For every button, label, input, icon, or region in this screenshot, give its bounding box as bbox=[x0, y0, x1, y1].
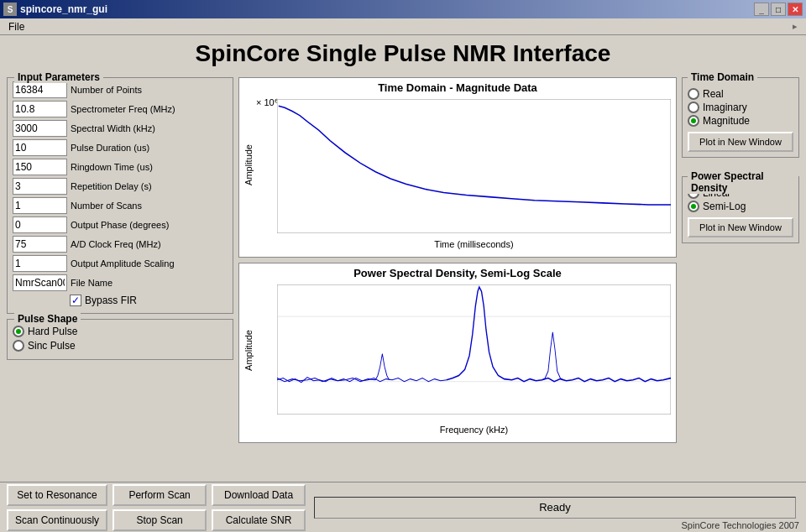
scan-continuously-button[interactable]: Scan Continuously bbox=[7, 509, 107, 531]
td-imaginary-label: Imaginary bbox=[703, 102, 747, 113]
label-spectrometer-freq: Spectrometer Freq (MHz) bbox=[71, 104, 228, 114]
label-ringdown-time: Ringdown Time (us) bbox=[71, 162, 228, 172]
label-ad-clock-freq: A/D Clock Freq (MHz) bbox=[71, 239, 228, 249]
input-spectrometer-freq[interactable] bbox=[13, 101, 67, 117]
top-xlabel: Time (milliseconds) bbox=[277, 239, 671, 249]
label-output-amplitude: Output Amplitude Scaling bbox=[71, 258, 228, 269]
label-file-name: File Name bbox=[71, 278, 228, 288]
pulse-shape-title: Pulse Shape bbox=[14, 313, 81, 325]
app-icon: S bbox=[3, 3, 17, 16]
right-panel: Time Domain Real Imaginary Magnitude bbox=[682, 77, 799, 443]
input-parameters-group: Input Parameters Number of Points Spectr… bbox=[7, 77, 233, 314]
set-to-resonance-button[interactable]: Set to Resonance bbox=[7, 484, 107, 506]
sinc-pulse-radio[interactable] bbox=[13, 340, 24, 352]
close-button[interactable]: ✕ bbox=[788, 3, 803, 16]
input-pulse-duration[interactable] bbox=[13, 139, 67, 156]
param-row-6: Number of Scans bbox=[13, 197, 228, 214]
download-data-button[interactable]: Download Data bbox=[212, 484, 306, 506]
bottom-plot-svg: 10¹⁵ 10¹⁰ 1000 500 0 -500 -1000 -1500 bbox=[277, 284, 671, 415]
top-ylabel: Amplitude bbox=[243, 96, 254, 234]
menu-file[interactable]: File bbox=[3, 19, 29, 34]
sinc-pulse-label: Sinc Pulse bbox=[28, 340, 76, 352]
label-num-points: Number of Points bbox=[71, 85, 228, 95]
td-imaginary-row[interactable]: Imaginary bbox=[688, 102, 793, 113]
param-row-8: A/D Clock Freq (MHz) bbox=[13, 236, 228, 253]
td-magnitude-row[interactable]: Magnitude bbox=[688, 115, 793, 127]
top-plot-title: Time Domain - Magnitude Data bbox=[239, 78, 676, 96]
input-num-scans[interactable] bbox=[13, 197, 67, 214]
top-plot-area: Amplitude × 10⁶ bbox=[239, 96, 676, 251]
middle-right-buttons: Download Data Calculate SNR bbox=[212, 484, 306, 531]
label-repetition-delay: Repetition Delay (s) bbox=[71, 181, 228, 191]
calculate-snr-button[interactable]: Calculate SNR bbox=[212, 509, 306, 531]
input-ringdown-time[interactable] bbox=[13, 159, 67, 175]
center-panel: Time Domain - Magnitude Data Amplitude ×… bbox=[238, 77, 677, 443]
label-num-scans: Number of Scans bbox=[71, 201, 228, 211]
param-row-5: Repetition Delay (s) bbox=[13, 178, 228, 195]
td-magnitude-radio[interactable] bbox=[688, 115, 699, 127]
td-magnitude-label: Magnitude bbox=[703, 115, 750, 127]
menu-expand-icon: ▸ bbox=[788, 19, 803, 34]
maximize-button[interactable]: □ bbox=[771, 3, 786, 16]
hard-pulse-radio[interactable] bbox=[13, 326, 24, 337]
param-row-10: File Name bbox=[13, 274, 228, 291]
input-spectral-width[interactable] bbox=[13, 120, 67, 137]
left-panel: Input Parameters Number of Points Spectr… bbox=[7, 77, 233, 443]
time-domain-options: Real Imaginary Magnitude bbox=[688, 88, 793, 127]
minimize-button[interactable]: _ bbox=[754, 3, 769, 16]
svg-rect-5 bbox=[277, 99, 671, 233]
input-output-amplitude[interactable] bbox=[13, 255, 67, 272]
bottom-ylabel: Amplitude bbox=[243, 281, 254, 420]
perform-scan-button[interactable]: Perform Scan bbox=[113, 484, 207, 506]
menu-bar: File ▸ bbox=[0, 18, 806, 35]
input-ad-clock-freq[interactable] bbox=[13, 236, 67, 253]
pulse-shape-group: Pulse Shape Hard Pulse Sinc Pulse bbox=[7, 319, 233, 360]
psd-group: Power Spectral Density Linear Semi-Log P… bbox=[682, 176, 799, 243]
app-title: SpinCore Single Pulse NMR Interface bbox=[0, 40, 806, 67]
window-title: spincore_nmr_gui bbox=[20, 3, 107, 15]
status-text: Ready bbox=[539, 501, 571, 514]
label-pulse-duration: Pulse Duration (us) bbox=[71, 143, 228, 153]
left-buttons: Set to Resonance Scan Continuously bbox=[7, 484, 107, 531]
param-row-3: Pulse Duration (us) bbox=[13, 139, 228, 156]
td-real-radio[interactable] bbox=[688, 88, 699, 100]
input-repetition-delay[interactable] bbox=[13, 178, 67, 195]
label-output-phase: Output Phase (degrees) bbox=[71, 220, 228, 230]
top-scale-label: × 10⁶ bbox=[256, 97, 278, 108]
psd-group-title: Power Spectral Density bbox=[688, 170, 798, 194]
time-domain-group: Time Domain Real Imaginary Magnitude bbox=[682, 77, 799, 158]
top-plot-container: Time Domain - Magnitude Data Amplitude ×… bbox=[238, 77, 677, 258]
param-row-9: Output Amplitude Scaling bbox=[13, 255, 228, 272]
td-real-label: Real bbox=[703, 88, 724, 100]
psd-semilog-row[interactable]: Semi-Log bbox=[688, 201, 793, 212]
middle-left-buttons: Perform Scan Stop Scan bbox=[113, 484, 207, 531]
radio-hard-pulse[interactable]: Hard Pulse bbox=[13, 326, 228, 337]
param-row-1: Spectrometer Freq (MHz) bbox=[13, 101, 228, 117]
input-parameters-title: Input Parameters bbox=[14, 71, 103, 83]
window-controls: _ □ ✕ bbox=[754, 3, 803, 16]
input-file-name[interactable] bbox=[13, 274, 67, 291]
bottom-xlabel: Frequency (kHz) bbox=[277, 425, 671, 435]
radio-sinc-pulse[interactable]: Sinc Pulse bbox=[13, 340, 228, 352]
bypass-fir-row: ✓ Bypass FIR bbox=[70, 295, 228, 306]
td-plot-new-window-button[interactable]: Plot in New Window bbox=[688, 132, 793, 152]
input-output-phase[interactable] bbox=[13, 216, 67, 233]
stop-scan-button[interactable]: Stop Scan bbox=[113, 509, 207, 531]
param-row-0: Number of Points bbox=[13, 81, 228, 98]
td-imaginary-radio[interactable] bbox=[688, 102, 699, 113]
psd-plot-new-window-button[interactable]: Plot in New Window bbox=[688, 217, 793, 237]
psd-semilog-label: Semi-Log bbox=[703, 201, 746, 212]
param-row-2: Spectral Width (kHz) bbox=[13, 120, 228, 137]
bottom-plot-title: Power Spectral Density, Semi-Log Scale bbox=[239, 263, 676, 281]
input-num-points[interactable] bbox=[13, 81, 67, 98]
bypass-fir-checkbox[interactable]: ✓ bbox=[70, 295, 81, 306]
psd-semilog-radio[interactable] bbox=[688, 201, 699, 212]
main-content: Input Parameters Number of Points Spectr… bbox=[0, 74, 806, 446]
footer-credit: SpinCore Technologies 2007 bbox=[682, 520, 799, 530]
title-bar: S spincore_nmr_gui _ □ ✕ bbox=[0, 0, 806, 18]
content-layout: Input Parameters Number of Points Spectr… bbox=[7, 77, 799, 443]
top-plot-svg: 8 6 4 2 0.5 1 1.5 2 2.5 3 3.5 4 4.5 bbox=[277, 99, 671, 233]
td-real-row[interactable]: Real bbox=[688, 88, 793, 100]
param-row-7: Output Phase (degrees) bbox=[13, 216, 228, 233]
bottom-plot-area: Amplitude bbox=[239, 281, 676, 436]
